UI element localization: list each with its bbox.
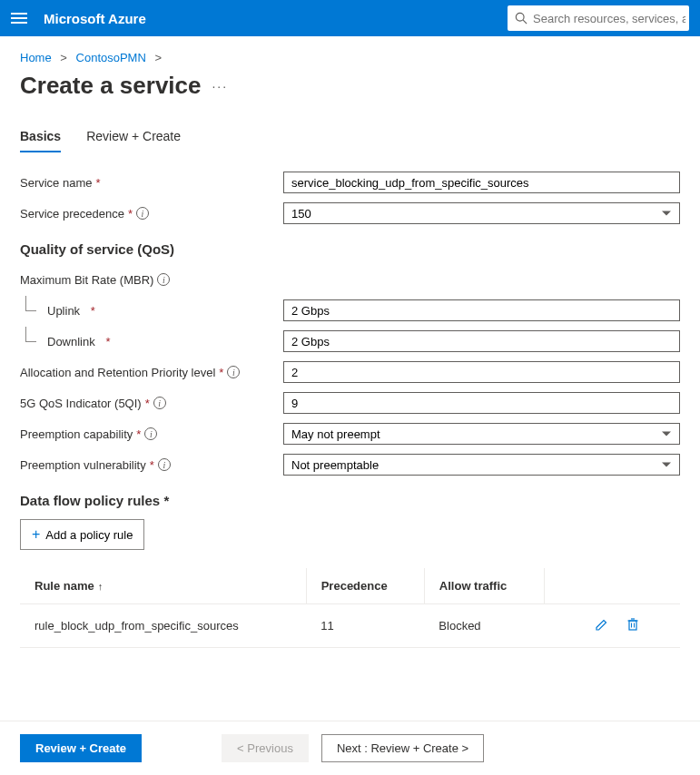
cell-allow: Blocked — [424, 604, 544, 648]
breadcrumb-contosopmn[interactable]: ContosoPMN — [76, 51, 146, 64]
info-icon[interactable]: i — [227, 366, 240, 378]
info-icon[interactable]: i — [153, 397, 166, 409]
policy-rules-table: Rule name↑ Precedence Allow traffic rule… — [20, 568, 680, 648]
delete-icon[interactable] — [626, 617, 640, 634]
col-allow-traffic[interactable]: Allow traffic — [424, 568, 544, 604]
info-icon[interactable]: i — [144, 427, 157, 440]
col-precedence[interactable]: Precedence — [306, 568, 424, 604]
azure-topbar: Microsoft Azure — [0, 0, 700, 36]
preempt-vul-label: Preemption vulnerability — [20, 458, 146, 472]
tab-review-create[interactable]: Review + Create — [86, 129, 181, 152]
col-actions — [544, 568, 680, 604]
arp-label: Allocation and Retention Priority level — [20, 366, 215, 379]
plus-icon: + — [32, 526, 40, 543]
required-indicator: * — [163, 493, 169, 508]
required-indicator: * — [145, 397, 150, 410]
required-indicator: * — [219, 366, 223, 379]
brand-label: Microsoft Azure — [44, 11, 508, 26]
preempt-vul-select[interactable] — [283, 454, 680, 476]
info-icon[interactable]: i — [158, 458, 171, 471]
chevron-right-icon: > — [60, 51, 67, 64]
required-indicator: * — [105, 335, 110, 348]
tab-basics[interactable]: Basics — [20, 129, 61, 152]
service-precedence-label: Service precedence — [20, 207, 124, 221]
search-input[interactable] — [533, 12, 685, 25]
cell-rule-name: rule_block_udp_from_specific_sources — [20, 604, 306, 648]
service-name-input[interactable] — [283, 172, 680, 193]
info-icon[interactable]: i — [157, 273, 170, 286]
required-indicator: * — [95, 176, 100, 190]
chevron-right-icon: > — [154, 51, 162, 64]
global-search[interactable] — [508, 5, 689, 31]
downlink-input[interactable] — [283, 330, 680, 352]
arp-input[interactable] — [283, 361, 680, 383]
required-indicator: * — [150, 458, 154, 472]
add-policy-rule-button[interactable]: + Add a policy rule — [20, 519, 144, 550]
service-precedence-select[interactable] — [283, 202, 680, 224]
breadcrumb: Home > ContosoPMN > — [20, 51, 680, 64]
uplink-label: Uplink — [47, 304, 80, 318]
page-title: Create a service — [20, 72, 201, 100]
service-name-label: Service name — [20, 176, 92, 190]
svg-line-1 — [523, 20, 527, 24]
col-rule-name[interactable]: Rule name↑ — [20, 568, 306, 604]
preempt-cap-label: Preemption capability — [20, 427, 133, 441]
tabs-bar: Basics Review + Create — [20, 129, 680, 152]
required-indicator: * — [136, 427, 141, 441]
rules-heading: Data flow policy rules — [20, 493, 160, 508]
preempt-cap-select[interactable] — [283, 423, 680, 445]
more-actions-icon[interactable]: ··· — [212, 79, 228, 93]
qos-heading: Quality of service (QoS) — [20, 241, 680, 257]
edit-icon[interactable] — [595, 617, 609, 634]
breadcrumb-home[interactable]: Home — [20, 51, 52, 64]
svg-rect-2 — [629, 621, 636, 630]
sort-asc-icon: ↑ — [98, 581, 104, 592]
table-row[interactable]: rule_block_udp_from_specific_sources 11 … — [20, 604, 680, 648]
mbr-label: Maximum Bit Rate (MBR) — [20, 273, 153, 287]
add-policy-rule-label: Add a policy rule — [45, 528, 133, 542]
hamburger-menu-icon[interactable] — [11, 10, 27, 26]
downlink-label: Downlink — [47, 335, 95, 348]
required-indicator: * — [91, 304, 95, 318]
required-indicator: * — [128, 207, 133, 221]
uplink-input[interactable] — [283, 299, 680, 321]
qi-input[interactable] — [283, 392, 680, 414]
search-icon — [515, 12, 527, 25]
info-icon[interactable]: i — [136, 207, 149, 220]
cell-precedence: 11 — [306, 604, 424, 648]
svg-point-0 — [516, 13, 524, 21]
qi-label: 5G QoS Indicator (5QI) — [20, 397, 142, 410]
